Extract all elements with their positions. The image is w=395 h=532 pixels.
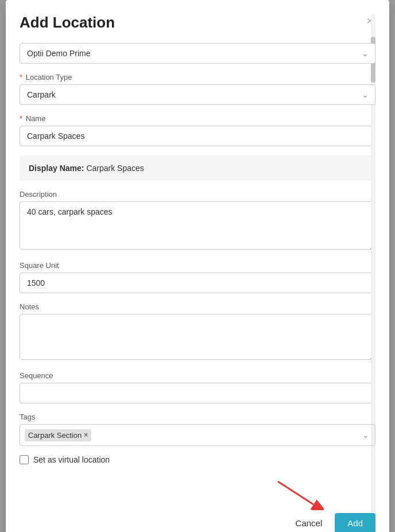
add-location-modal: Add Location × Optii Demo Prime ⌄ * Loca… — [6, 0, 389, 532]
modal-overlay: Add Location × Optii Demo Prime ⌄ * Loca… — [0, 0, 395, 532]
sequence-input[interactable] — [20, 383, 375, 403]
tag-chip: Carpark Section × — [25, 429, 91, 441]
notes-textarea[interactable] — [20, 314, 375, 360]
location-type-group: * Location Type Carpark ⌄ — [20, 73, 375, 105]
modal-header: Add Location × — [20, 14, 375, 32]
arrow-indicator — [272, 476, 324, 512]
modal-title: Add Location — [20, 14, 115, 32]
location-type-select[interactable]: Carpark — [20, 84, 375, 105]
display-name-box: Display Name: Carpark Spaces — [20, 156, 375, 181]
location-type-required-star: * — [20, 73, 22, 81]
tags-chevron-icon: ⌄ — [362, 430, 369, 440]
square-unit-input[interactable] — [20, 273, 375, 293]
notes-group: Notes — [20, 302, 375, 362]
virtual-location-checkbox[interactable] — [20, 455, 29, 464]
svg-line-1 — [278, 481, 313, 504]
square-unit-label: Square Unit — [20, 261, 375, 270]
description-label: Description — [20, 190, 375, 199]
virtual-location-group: Set as virtual location — [20, 455, 375, 464]
square-unit-group: Square Unit — [20, 261, 375, 293]
footer-area: Cancel Add — [20, 499, 375, 532]
tag-chip-label: Carpark Section — [28, 431, 82, 440]
location-type-select-wrapper[interactable]: Carpark ⌄ — [20, 84, 375, 105]
name-input[interactable] — [20, 126, 375, 146]
cancel-button[interactable]: Cancel — [289, 514, 330, 532]
tags-label: Tags — [20, 413, 375, 421]
org-select-wrapper[interactable]: Optii Demo Prime ⌄ — [20, 43, 375, 64]
display-name-value: Carpark Spaces — [86, 164, 144, 173]
tags-input[interactable]: Carpark Section × ⌄ — [20, 424, 375, 446]
sequence-label: Sequence — [20, 371, 375, 380]
display-name-prefix: Display Name: — [29, 164, 84, 173]
description-group: Description 40 cars, carpark spaces — [20, 190, 375, 252]
org-select-group: Optii Demo Prime ⌄ — [20, 43, 375, 64]
virtual-location-label[interactable]: Set as virtual location — [33, 455, 110, 464]
name-label: * Name — [20, 114, 375, 123]
arrow-svg — [272, 476, 324, 510]
org-select[interactable]: Optii Demo Prime — [20, 43, 375, 64]
tags-group: Tags Carpark Section × ⌄ — [20, 413, 375, 446]
tag-remove-icon[interactable]: × — [84, 431, 88, 439]
notes-label: Notes — [20, 302, 375, 311]
name-group: * Name — [20, 114, 375, 146]
location-type-label: * Location Type — [20, 73, 375, 81]
name-required-star: * — [20, 114, 22, 123]
description-textarea[interactable]: 40 cars, carpark spaces — [20, 201, 375, 250]
add-button[interactable]: Add — [335, 513, 375, 532]
button-group: Cancel Add — [289, 513, 375, 532]
sequence-group: Sequence — [20, 371, 375, 403]
